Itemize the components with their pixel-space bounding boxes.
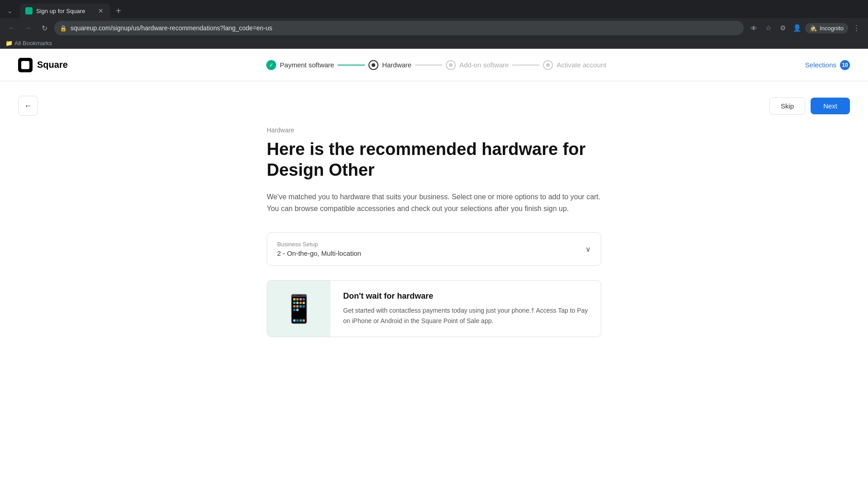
lock-icon: 🔒 xyxy=(60,25,67,32)
selections-button[interactable]: Selections 10 xyxy=(805,60,850,70)
chevron-down-icon: ∨ xyxy=(585,245,591,253)
bookmarks-bar: 📁 All Bookmarks xyxy=(0,38,868,49)
logo-text: Square xyxy=(37,60,68,70)
tab-expand-button[interactable]: ⌄ xyxy=(4,5,16,17)
step-label-addon: Add-on software xyxy=(459,61,509,69)
logo-icon-inner xyxy=(21,61,29,69)
content-area: Hardware Here is the recommended hardwar… xyxy=(267,127,601,364)
incognito-hat-icon: 🕵 xyxy=(810,25,817,32)
bookmarks-label: All Bookmarks xyxy=(14,40,52,47)
step-dot-addon xyxy=(449,63,453,67)
incognito-label: Incognito xyxy=(820,25,844,32)
step-label-hardware: Hardware xyxy=(382,61,411,69)
logo[interactable]: Square xyxy=(18,58,68,72)
business-setup-value: 2 - On-the-go, Multi-location xyxy=(277,249,361,257)
hardware-card-desc: Get started with contactless payments to… xyxy=(343,305,588,326)
tab-title: Sign up for Square xyxy=(36,8,93,14)
skip-button[interactable]: Skip xyxy=(769,97,805,115)
hardware-card-title: Don't wait for hardware xyxy=(343,291,588,301)
browser-toolbar: ← → ↻ 🔒 squareup.com/signup/us/hardware-… xyxy=(0,18,868,38)
tab-favicon xyxy=(25,7,33,14)
back-button[interactable]: ← xyxy=(18,96,38,116)
step-connector-2 xyxy=(415,65,442,66)
step-connector-3 xyxy=(512,65,539,66)
site-header: Square ✓ Payment software Hardware xyxy=(0,49,868,81)
step-circle-activate xyxy=(543,60,553,70)
selections-label: Selections xyxy=(805,61,836,69)
page-content: Square ✓ Payment software Hardware xyxy=(0,49,868,465)
bookmarks-folder[interactable]: 📁 All Bookmarks xyxy=(5,40,52,47)
check-icon: ✓ xyxy=(269,62,274,68)
page-title: Here is the recommended hardware for Des… xyxy=(267,139,601,180)
phone-hand-icon: 📱 xyxy=(282,293,316,325)
forward-nav-button[interactable]: → xyxy=(22,22,34,34)
step-payment-software: ✓ Payment software xyxy=(266,60,334,70)
section-label: Hardware xyxy=(267,127,601,134)
incognito-button[interactable]: 🕵 Incognito xyxy=(805,23,848,33)
action-buttons: Skip Next xyxy=(769,97,850,115)
step-circle-addon xyxy=(446,60,456,70)
eye-slash-icon[interactable]: 👁 xyxy=(747,22,760,34)
refresh-button[interactable]: ↻ xyxy=(38,22,51,34)
next-button[interactable]: Next xyxy=(811,98,850,114)
progress-steps: ✓ Payment software Hardware Add-on softw… xyxy=(68,60,805,70)
active-tab[interactable]: Sign up for Square ✕ xyxy=(20,4,110,18)
step-hardware: Hardware xyxy=(368,60,411,70)
business-setup-info: Business Setup 2 - On-the-go, Multi-loca… xyxy=(277,241,361,257)
hardware-card-content: Don't wait for hardware Get started with… xyxy=(330,281,601,337)
logo-icon xyxy=(18,58,33,72)
toolbar-actions: 👁 ☆ ⚙ 👤 🕵 Incognito ⋮ xyxy=(747,22,863,34)
business-setup-label: Business Setup xyxy=(277,241,361,248)
nav-row: ← Skip Next xyxy=(18,81,850,127)
step-connector-1 xyxy=(338,65,365,66)
selections-count-badge: 10 xyxy=(840,60,850,70)
page-description: We've matched you to hardware that suits… xyxy=(267,191,601,214)
business-setup-card[interactable]: Business Setup 2 - On-the-go, Multi-loca… xyxy=(267,232,601,266)
folder-icon: 📁 xyxy=(5,40,13,47)
browser-chrome: ⌄ Sign up for Square ✕ + ← → ↻ 🔒 squareu… xyxy=(0,0,868,49)
tab-bar: ⌄ Sign up for Square ✕ + xyxy=(0,0,868,18)
step-activate-account: Activate account xyxy=(543,60,606,70)
step-label-payment: Payment software xyxy=(280,61,334,69)
profile-icon[interactable]: 👤 xyxy=(791,22,803,34)
step-addon-software: Add-on software xyxy=(446,60,509,70)
url-text: squareup.com/signup/us/hardware-recommen… xyxy=(71,24,738,32)
step-dot-activate xyxy=(546,63,550,67)
step-circle-hardware xyxy=(368,60,378,70)
extensions-icon[interactable]: ⚙ xyxy=(776,22,789,34)
back-nav-button[interactable]: ← xyxy=(5,22,18,34)
hardware-card-image: 📱 xyxy=(267,281,330,337)
menu-icon[interactable]: ⋮ xyxy=(850,22,863,34)
back-arrow-icon: ← xyxy=(24,101,32,111)
bookmark-star-icon[interactable]: ☆ xyxy=(762,22,774,34)
main-content: ← Skip Next Hardware Here is the recomme… xyxy=(0,81,868,364)
hardware-card: 📱 Don't wait for hardware Get started wi… xyxy=(267,280,601,337)
step-label-activate: Activate account xyxy=(557,61,606,69)
step-dot-hardware xyxy=(372,63,375,67)
new-tab-button[interactable]: + xyxy=(112,5,125,17)
tab-close-button[interactable]: ✕ xyxy=(97,7,105,15)
address-bar[interactable]: 🔒 squareup.com/signup/us/hardware-recomm… xyxy=(54,21,744,35)
step-circle-payment: ✓ xyxy=(266,60,276,70)
